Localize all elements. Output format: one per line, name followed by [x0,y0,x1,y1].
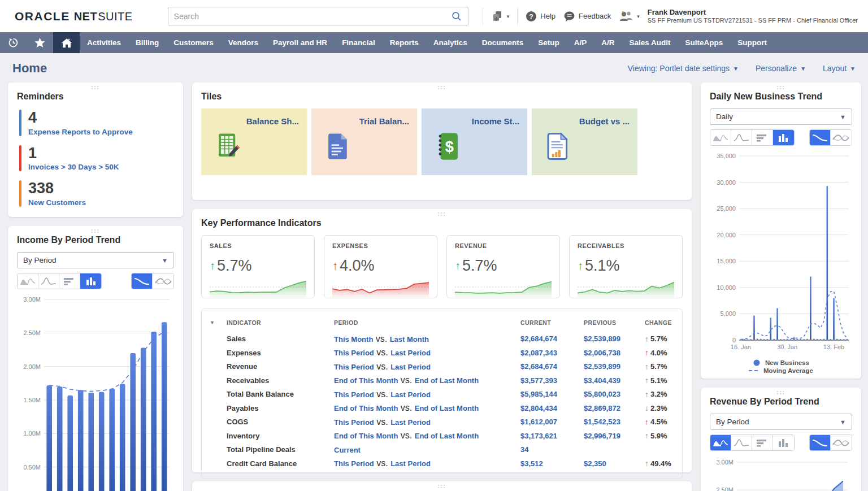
nav-item-documents[interactable]: Documents [475,32,531,53]
nav-item-vendors[interactable]: Vendors [221,32,266,53]
period-select[interactable]: By Period▼ [17,252,174,268]
previous-value[interactable]: $3,404,439 [584,376,645,385]
period-link[interactable]: Last Period [390,390,431,399]
search-icon[interactable] [451,11,462,22]
drag-handle-icon[interactable] [438,485,446,488]
nav-item-customers[interactable]: Customers [166,32,221,53]
tile-balance-sh-[interactable]: Balance Sh... [201,108,307,175]
chart-type-line-button[interactable] [38,273,59,289]
current-value[interactable]: $2,804,434 [520,404,584,412]
period-link[interactable]: This Period [334,363,374,371]
drag-handle-icon[interactable] [777,391,785,394]
drag-handle-icon[interactable] [92,229,99,233]
period-link[interactable]: End of Last Month [415,404,479,412]
nav-item-payroll-and-hr[interactable]: Payroll and HR [266,32,335,53]
personalize-menu[interactable]: Personalize▼ [756,64,806,73]
drag-handle-icon[interactable] [777,86,785,89]
previous-value[interactable]: $5,800,023 [584,390,645,398]
period-link[interactable]: This Period [334,349,374,357]
previous-value[interactable]: $2,539,899 [584,362,645,371]
nav-item-financial[interactable]: Financial [335,32,383,53]
kpi-card-sales[interactable]: SALES↑5.7% [201,235,315,298]
previous-value[interactable]: $2,539,899 [584,334,645,343]
period-link[interactable]: Last Period [390,363,431,371]
period-link[interactable]: End of This Month [334,376,398,385]
create-new-button[interactable]: ▾ [491,10,510,23]
viewing-portlet-date-settings[interactable]: Viewing: Portlet date settings▼ [628,64,739,73]
reminder-link[interactable]: New Customers [28,198,86,207]
period-link[interactable]: Last Period [390,459,431,468]
drag-handle-icon[interactable] [438,86,446,89]
shortcuts-button[interactable] [27,32,53,53]
reminder-link[interactable]: Expense Reports to Approve [28,128,133,136]
trendline-on-button[interactable] [132,273,153,289]
period-link[interactable]: End of Last Month [415,432,479,440]
layout-menu[interactable]: Layout▼ [823,64,856,73]
trendline-on-button[interactable] [810,435,831,450]
current-value[interactable]: 34 [520,445,584,454]
chart-type-hbar-button[interactable] [59,273,80,289]
current-value[interactable]: $2,684,674 [520,334,584,343]
recent-records-button[interactable] [0,32,27,53]
chart-type-area-button[interactable] [710,435,731,450]
previous-value[interactable]: $2,869,872 [584,404,645,412]
period-link[interactable]: Last Month [390,335,429,344]
chart-type-vbar-button[interactable] [80,273,101,289]
reminder-item[interactable]: 338New Customers [19,180,174,207]
current-value[interactable]: $2,087,343 [520,349,584,357]
current-value[interactable]: $3,512 [520,459,584,468]
global-search[interactable] [168,7,468,25]
current-value[interactable]: $3,577,393 [520,376,584,385]
chart-type-hbar-button[interactable] [752,435,773,450]
trendline-off-button[interactable] [831,435,852,450]
period-link[interactable]: End of This Month [334,404,398,412]
period-link[interactable]: This Period [334,390,374,399]
trendline-off-button[interactable] [153,273,173,289]
chart-type-line-button[interactable] [731,130,752,145]
current-value[interactable]: $2,684,674 [520,362,584,371]
nav-item-analytics[interactable]: Analytics [426,32,475,53]
period-select[interactable]: Daily▼ [710,108,852,125]
period-link[interactable]: This Period [334,459,374,468]
drag-handle-icon[interactable] [438,212,446,216]
nav-item-suiteapps[interactable]: SuiteApps [678,32,731,53]
drag-handle-icon[interactable] [92,86,99,89]
nav-item-a-p[interactable]: A/P [567,32,594,53]
previous-value[interactable]: $1,542,523 [584,418,645,426]
previous-value[interactable]: $2,006,738 [584,349,645,357]
chart-type-hbar-button[interactable] [752,130,773,145]
current-value[interactable]: $3,173,621 [520,432,584,440]
search-input[interactable] [174,12,451,21]
table-collapse-icon[interactable]: ▼ [210,320,227,325]
nav-home-button[interactable] [53,32,80,53]
nav-item-a-r[interactable]: A/R [594,32,622,53]
current-value[interactable]: $1,612,007 [520,418,584,426]
previous-value[interactable]: $2,996,719 [584,432,645,440]
nav-item-support[interactable]: Support [730,32,774,53]
kpi-card-receivables[interactable]: RECEIVABLES↑5.1% [569,235,683,298]
period-link[interactable]: Last Period [390,418,431,427]
role-switcher-button[interactable]: ▾ [619,10,640,23]
chart-type-area-button[interactable] [710,130,731,145]
trendline-off-button[interactable] [831,130,852,145]
reminder-item[interactable]: 4Expense Reports to Approve [19,110,174,136]
period-link[interactable]: End of Last Month [415,376,479,385]
nav-item-setup[interactable]: Setup [531,32,567,53]
current-value[interactable]: $5,985,144 [520,390,584,398]
tile-trial-balan-[interactable]: Trial Balan... [311,108,417,175]
tile-income-st-[interactable]: Income St...$ [422,108,527,175]
trendline-on-button[interactable] [810,130,831,145]
user-info[interactable]: Frank Davenport SS FF Premium US TSTDRV2… [648,8,858,25]
tile-budget-vs-[interactable]: Budget vs ... [532,108,637,175]
period-link[interactable]: This Period [334,418,374,427]
reminder-link[interactable]: Invoices > 30 Days > 50K [28,163,119,171]
kpi-card-revenue[interactable]: REVENUE↑5.7% [446,235,560,298]
nav-item-billing[interactable]: Billing [128,32,166,53]
period-link[interactable]: Current [334,446,361,454]
nav-item-sales-audit[interactable]: Sales Audit [622,32,678,53]
help-button[interactable]: ? Help [526,11,555,22]
period-link[interactable]: Last Period [390,349,431,357]
feedback-button[interactable]: Feedback [563,11,611,22]
reminder-item[interactable]: 1Invoices > 30 Days > 50K [19,145,174,172]
chart-type-line-button[interactable] [731,435,752,450]
